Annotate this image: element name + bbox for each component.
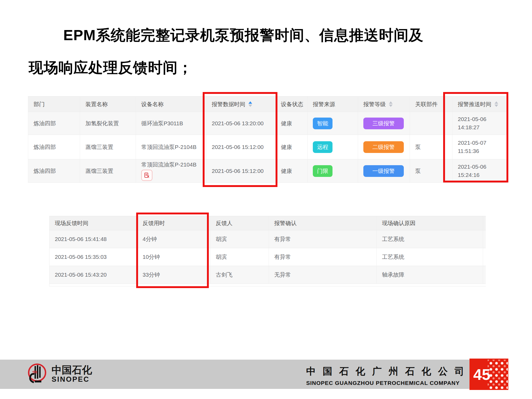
cell-device: 常顶回流油泵P-2104B — [136, 159, 206, 183]
sort-icon-level[interactable] — [389, 101, 393, 107]
push-clock: 15:24:16 — [458, 171, 480, 179]
cell-device: 常顶回流油泵P-2104B — [136, 135, 206, 159]
feedback-table-row: 2021-05-06 15:35:03 10分钟 胡滨 有异常 工艺系统 — [49, 248, 486, 266]
cell-reason: 轴承故障 — [377, 266, 483, 284]
cell-reason: 工艺系统 — [377, 248, 483, 266]
header-unit: 装置名称 — [80, 97, 136, 112]
cell-person: 古剑飞 — [210, 266, 269, 284]
cell-feedback-time: 2021-05-06 15:41:48 — [49, 230, 137, 248]
header-alarm-time[interactable]: 报警数据时间 — [206, 97, 276, 112]
cell-level: 一级报警 — [358, 159, 410, 183]
feedback-table-row: 2021-05-06 15:43:20 33分钟 古剑飞 无异常 轴承故障 — [49, 266, 486, 284]
cell-reason: 工艺系统 — [377, 230, 483, 248]
certificate-icon — [141, 170, 152, 181]
cell-level: 二级报警 — [358, 135, 410, 159]
push-date: 2021-05-06 — [458, 163, 486, 171]
cell-source: 智能 — [307, 112, 358, 135]
header-feedback-time: 现场反馈时间 — [49, 216, 137, 230]
header-level[interactable]: 报警等级 — [358, 97, 410, 112]
header-alarm-time-label: 报警数据时间 — [212, 101, 245, 108]
cell-unit: 蒸馏三装置 — [80, 159, 136, 183]
cell-status: 健康 — [276, 135, 307, 159]
brand-text: 中国石化 SINOPEC — [52, 365, 92, 383]
cell-partial — [483, 248, 486, 266]
push-date: 2021-05-06 — [458, 115, 486, 123]
sinopec-logo — [24, 362, 48, 386]
cell-duration: 33分钟 — [137, 266, 210, 284]
header-level-label: 报警等级 — [363, 101, 386, 108]
cell-partial — [483, 266, 486, 284]
cell-feedback-time: 2021-05-06 15:35:03 — [49, 248, 137, 266]
alarm-table-row: 炼油四部 蒸馏三装置 常顶回流油泵P-2104B 2021-05-06 15:1… — [28, 135, 507, 159]
alarm-table: 部门 装置名称 设备名称 报警数据时间 设备状态 报警来源 报警等级 关联部件 … — [28, 96, 507, 183]
header-dept: 部门 — [28, 97, 80, 112]
header-source: 报警来源 — [307, 97, 358, 112]
feedback-table: 现场反馈时间 反馈用时 反馈人 报警确认 现场确认原因 现 2021-05-06… — [49, 216, 486, 286]
push-clock: 11:51:36 — [458, 147, 479, 155]
header-duration: 反馈用时 — [137, 216, 210, 230]
slide: EPM系统能完整记录机泵预报警时间、信息推送时间及 现场响应处理反馈时间； 部门… — [0, 0, 532, 399]
feedback-table-bottom-edge — [49, 284, 486, 286]
sort-icon-alarm-time[interactable] — [248, 101, 252, 107]
header-device: 设备名称 — [136, 97, 206, 112]
cell-confirm: 有异常 — [269, 230, 377, 248]
company-name-cn: 中 国 石 化 广 州 石 化 公 司 — [306, 365, 466, 378]
cell-part: 泵 — [410, 135, 452, 159]
header-confirm: 报警确认 — [269, 216, 377, 230]
cell-person: 胡滨 — [210, 230, 269, 248]
cell-unit: 加氢裂化装置 — [80, 112, 136, 135]
source-badge: 远程 — [313, 141, 332, 153]
header-push-time[interactable]: 报警推送时间 — [452, 97, 507, 112]
page-number: 45 — [473, 365, 491, 383]
level-badge: 一级报警 — [363, 165, 404, 177]
alarm-table-row: 炼油四部 蒸馏三装置 常顶回流油泵P-2104B 2021-05-06 15:1… — [28, 159, 507, 183]
source-badge: 门限 — [313, 165, 332, 177]
cell-alarm-time: 2021-05-06 15:12:00 — [206, 159, 276, 183]
header-partial: 现 — [483, 216, 486, 230]
device-name: 常顶回流油泵P-2104B — [141, 161, 197, 168]
header-person: 反馈人 — [210, 216, 269, 230]
push-clock: 14:18:27 — [458, 123, 480, 131]
cell-source: 门限 — [307, 159, 358, 183]
cell-unit: 蒸馏三装置 — [80, 135, 136, 159]
header-status: 设备状态 — [276, 97, 307, 112]
feedback-table-header-row: 现场反馈时间 反馈用时 反馈人 报警确认 现场确认原因 现 — [49, 216, 486, 230]
cell-dept: 炼油四部 — [28, 159, 80, 183]
company-name-en: SINOPEC GUANGZHOU PETROCHEMICAL COMPANY — [306, 380, 466, 386]
page-number-tab: 45 — [469, 359, 508, 390]
cell-source: 远程 — [307, 135, 358, 159]
feedback-table-row: 2021-05-06 15:41:48 4分钟 胡滨 有异常 工艺系统 — [49, 230, 486, 248]
source-badge: 智能 — [313, 118, 332, 129]
push-date: 2021-05-07 — [458, 139, 486, 147]
cell-part — [410, 112, 452, 135]
level-badge: 三级报警 — [363, 118, 404, 129]
cell-push-time: 2021-05-06 14:18:27 — [452, 112, 507, 135]
cell-status: 健康 — [276, 159, 307, 183]
header-part: 关联部件 — [410, 97, 452, 112]
cell-alarm-time: 2021-05-06 13:20:00 — [206, 112, 276, 135]
brand-name-en: SINOPEC — [52, 376, 92, 383]
header-reason: 现场确认原因 — [377, 216, 483, 230]
brand-name-cn: 中国石化 — [52, 365, 92, 376]
slide-title-line2: 现场响应处理反馈时间； — [29, 58, 193, 78]
cell-alarm-time: 2021-05-06 15:12:00 — [206, 135, 276, 159]
level-badge: 二级报警 — [363, 141, 404, 153]
cell-person: 胡滨 — [210, 248, 269, 266]
cell-device: 循环油泵P3011B — [136, 112, 206, 135]
header-push-time-label: 报警推送时间 — [458, 101, 491, 108]
slide-title-line1: EPM系统能完整记录机泵预报警时间、信息推送时间及 — [63, 26, 423, 45]
cell-partial — [483, 230, 486, 248]
cell-feedback-time: 2021-05-06 15:43:20 — [49, 266, 137, 284]
company-block: 中 国 石 化 广 州 石 化 公 司 SINOPEC GUANGZHOU PE… — [306, 365, 466, 386]
cell-confirm: 有异常 — [269, 248, 377, 266]
sort-icon-push-time[interactable] — [494, 101, 498, 107]
cell-dept: 炼油四部 — [28, 135, 80, 159]
alarm-table-header-row: 部门 装置名称 设备名称 报警数据时间 设备状态 报警来源 报警等级 关联部件 … — [28, 97, 507, 112]
cell-duration: 4分钟 — [137, 230, 210, 248]
cell-level: 三级报警 — [358, 112, 410, 135]
cell-dept: 炼油四部 — [28, 112, 80, 135]
cell-push-time: 2021-05-06 15:24:16 — [452, 159, 507, 183]
brand-block: 中国石化 SINOPEC — [24, 362, 92, 386]
footer-bar: 中国石化 SINOPEC 中 国 石 化 广 州 石 化 公 司 SINOPEC… — [0, 360, 469, 389]
cell-status: 健康 — [276, 112, 307, 135]
